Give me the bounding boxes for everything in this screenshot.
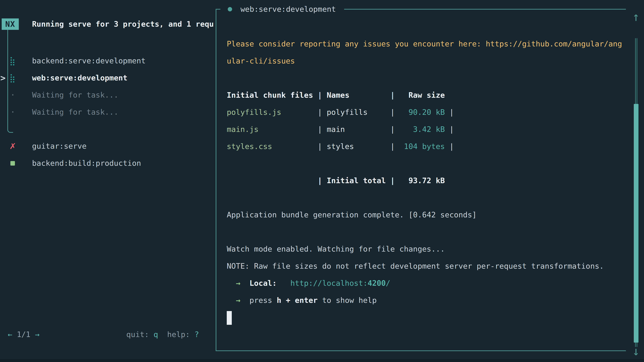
waiting-dot-icon: · <box>10 104 25 121</box>
blank-line <box>227 155 629 172</box>
nx-logo-badge: NX <box>2 18 19 30</box>
failed-cross-icon: ✗ <box>10 138 24 155</box>
chunk-size: 104 bytes <box>395 138 445 155</box>
issues-notice-line1: Please consider reporting any issues you… <box>227 35 629 52</box>
table-separator: | <box>390 142 395 151</box>
task-row-backend-build[interactable]: backend:build:production <box>0 155 216 172</box>
table-separator: | <box>318 142 327 151</box>
chunk-size: 3.42 kB <box>395 121 445 138</box>
waiting-dot-icon: · <box>10 86 25 104</box>
running-dot-icon <box>228 7 232 11</box>
table-separator: | <box>445 142 454 151</box>
bottom-edge-strip <box>0 359 644 362</box>
table-separator: | <box>318 125 327 134</box>
cursor-line <box>227 309 629 326</box>
page-right-arrow-icon[interactable]: → <box>35 330 40 339</box>
chunk-name: polyfills <box>327 104 390 121</box>
table-separator: | <box>390 176 395 185</box>
col-header-files: Initial chunk files <box>227 87 318 104</box>
blank-line <box>227 189 629 206</box>
watch-mode-line: Watch mode enabled. Watching for file ch… <box>227 241 629 258</box>
task-row-backend-serve[interactable]: ⣷ backend:serve:development <box>0 52 216 69</box>
table-separator: | <box>318 108 327 117</box>
terminal-output: Please consider reporting any issues you… <box>227 35 629 326</box>
panel-top-border <box>216 9 220 9</box>
total-size: 93.72 kB <box>395 172 445 189</box>
terminal-cursor <box>227 311 232 325</box>
blank-line <box>227 223 629 241</box>
table-separator: | <box>445 125 454 134</box>
terminal-title-text: web:serve:development <box>240 3 336 15</box>
quit-label: quit: <box>126 330 154 339</box>
task-list-panel: NX Running serve for 3 projects, and 1 r… <box>0 0 216 362</box>
chunk-name: main <box>327 121 390 138</box>
task-row-waiting-2[interactable]: · Waiting for task... <box>0 104 216 121</box>
page-left-arrow-icon[interactable]: ← <box>8 330 12 339</box>
bundle-complete-line: Application bundle generation complete. … <box>227 206 629 223</box>
scroll-up-arrow-icon[interactable]: ↑ <box>631 7 641 26</box>
table-separator: | <box>390 91 395 99</box>
help-label: help: <box>158 330 194 339</box>
nx-tui-screen: NX Running serve for 3 projects, and 1 r… <box>0 0 644 362</box>
note-line: NOTE: Raw file sizes do not reflect deve… <box>227 258 629 275</box>
help-key: ? <box>194 330 199 339</box>
help-rest-text: to show help <box>318 296 377 305</box>
keyboard-shortcuts: quit: q help: ? <box>126 326 199 343</box>
table-separator: | <box>318 91 327 99</box>
pagination: ← 1/1 → <box>8 326 40 343</box>
task-row-guitar-serve[interactable]: ✗ guitar:serve <box>0 138 216 155</box>
scrollbar-thumb[interactable] <box>634 104 638 343</box>
blank-line <box>227 69 629 87</box>
table-total-row: | Initial total|93.72 kB <box>227 172 629 189</box>
quit-key: q <box>154 330 158 339</box>
arrow-icon: → <box>236 279 240 288</box>
panel-left-border <box>216 9 216 351</box>
run-summary-title: Running serve for 3 projects, and 1 requ <box>32 18 214 30</box>
selected-caret-icon: > <box>0 69 6 86</box>
chunk-table-header: Initial chunk files| Names|Raw size <box>227 87 629 104</box>
url-port: 4200 <box>368 279 386 288</box>
task-label: Waiting for task... <box>32 86 118 104</box>
localhost-link[interactable]: http://localhost:4200/ <box>290 279 390 288</box>
task-label: Waiting for task... <box>32 104 118 121</box>
table-separator: | <box>390 108 395 117</box>
arrow-icon: → <box>236 296 240 305</box>
task-label: backend:serve:development <box>32 52 146 69</box>
chunk-size: 90.20 kB <box>395 104 445 121</box>
url-suffix: / <box>386 279 390 288</box>
panel-bottom-border <box>216 351 626 351</box>
page-indicator: 1/1 <box>12 330 35 339</box>
panel-top-border <box>344 9 626 9</box>
task-row-waiting-1[interactable]: · Waiting for task... <box>0 86 216 104</box>
local-url-line: →Local:http://localhost:4200/ <box>227 275 629 292</box>
col-header-raw-size: Raw size <box>395 87 445 104</box>
task-label-selected: web:serve:development <box>32 69 128 86</box>
help-keys: h + enter <box>277 296 318 305</box>
task-label: backend:build:production <box>32 155 141 172</box>
table-separator: | <box>445 108 454 117</box>
table-separator: | <box>318 176 327 185</box>
chunk-file: main.js <box>227 121 318 138</box>
spinner-icon: ⣷ <box>10 69 24 86</box>
total-label: Initial total <box>327 172 390 189</box>
task-label: guitar:serve <box>32 138 86 155</box>
task-row-web-serve[interactable]: > ⣷ web:serve:development <box>0 69 216 86</box>
issues-notice-line2: ular-cli/issues <box>227 52 629 69</box>
spinner-icon: ⣷ <box>10 52 24 69</box>
success-square-icon <box>10 161 15 166</box>
table-row: styles.css| styles|104 bytes | <box>227 138 629 155</box>
scroll-down-arrow-icon[interactable]: ↓ <box>631 342 641 360</box>
url-prefix: http://localhost: <box>290 279 368 288</box>
help-hint-line: →press h + enter to show help <box>227 292 629 309</box>
chunk-file: polyfills.js <box>227 104 318 121</box>
table-row: main.js| main|3.42 kB | <box>227 121 629 138</box>
chunk-name: styles <box>327 138 390 155</box>
table-separator: | <box>390 125 395 134</box>
press-text: press <box>250 296 277 305</box>
table-row: polyfills.js| polyfills|90.20 kB | <box>227 104 629 121</box>
terminal-pane-title: web:serve:development <box>228 3 336 15</box>
chunk-file: styles.css <box>227 138 318 155</box>
col-header-names: Names <box>327 87 390 104</box>
local-label: Local: <box>250 279 277 288</box>
